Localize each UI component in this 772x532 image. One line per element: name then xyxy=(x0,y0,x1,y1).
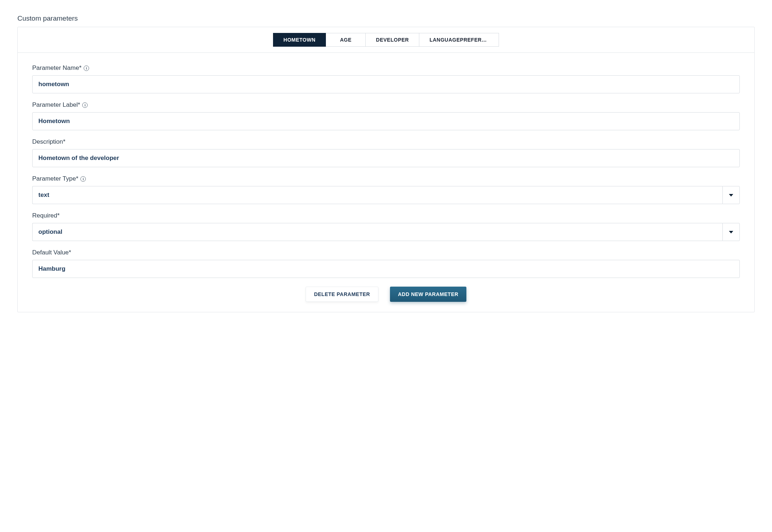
parameter-type-select[interactable]: text xyxy=(32,186,740,204)
required-caret[interactable] xyxy=(722,223,740,241)
required-label-row: Required* xyxy=(32,212,740,219)
info-icon[interactable] xyxy=(84,66,89,71)
chevron-down-icon xyxy=(729,194,733,197)
custom-parameters-panel: HOMETOWN AGE DEVELOPER LANGUAGEPREFERE..… xyxy=(17,27,755,312)
custom-parameters-section: Custom parameters HOMETOWN AGE DEVELOPER… xyxy=(17,14,755,312)
tabs-container: HOMETOWN AGE DEVELOPER LANGUAGEPREFERE..… xyxy=(18,27,754,53)
parameter-label-label: Parameter Label* xyxy=(32,101,80,109)
form-body: Parameter Name* Parameter Label* Descrip… xyxy=(18,53,754,312)
field-parameter-name: Parameter Name* xyxy=(32,64,740,93)
field-required: Required* optional xyxy=(32,212,740,241)
chevron-down-icon xyxy=(729,231,733,233)
tab-languagepreference[interactable]: LANGUAGEPREFERE... xyxy=(419,33,499,47)
field-parameter-label: Parameter Label* xyxy=(32,101,740,130)
description-label-row: Description* xyxy=(32,138,740,145)
info-icon[interactable] xyxy=(80,176,86,182)
description-input[interactable] xyxy=(32,149,740,167)
parameter-type-value: text xyxy=(32,186,722,204)
parameter-label-label-row: Parameter Label* xyxy=(32,101,740,109)
field-description: Description* xyxy=(32,138,740,167)
field-parameter-type: Parameter Type* text xyxy=(32,175,740,204)
info-icon[interactable] xyxy=(82,102,88,108)
default-value-label: Default Value* xyxy=(32,249,71,256)
parameter-name-label: Parameter Name* xyxy=(32,64,81,72)
tab-age[interactable]: AGE xyxy=(326,33,366,47)
tab-developer[interactable]: DEVELOPER xyxy=(366,33,419,47)
default-value-label-row: Default Value* xyxy=(32,249,740,256)
parameter-name-input[interactable] xyxy=(32,75,740,93)
tab-hometown[interactable]: HOMETOWN xyxy=(273,33,326,47)
parameter-type-label: Parameter Type* xyxy=(32,175,78,182)
description-label: Description* xyxy=(32,138,66,145)
required-value: optional xyxy=(32,223,722,241)
add-new-parameter-button[interactable]: ADD NEW PARAMETER xyxy=(390,287,466,302)
tabs: HOMETOWN AGE DEVELOPER LANGUAGEPREFERE..… xyxy=(273,33,499,47)
delete-parameter-button[interactable]: DELETE PARAMETER xyxy=(306,287,378,302)
required-select[interactable]: optional xyxy=(32,223,740,241)
required-label: Required* xyxy=(32,212,60,219)
parameter-label-input[interactable] xyxy=(32,112,740,130)
default-value-input[interactable] xyxy=(32,260,740,278)
parameter-type-caret[interactable] xyxy=(722,186,740,204)
parameter-type-label-row: Parameter Type* xyxy=(32,175,740,182)
field-default-value: Default Value* xyxy=(32,249,740,278)
parameter-name-label-row: Parameter Name* xyxy=(32,64,740,72)
section-title: Custom parameters xyxy=(17,14,755,22)
button-row: DELETE PARAMETER ADD NEW PARAMETER xyxy=(32,287,740,302)
